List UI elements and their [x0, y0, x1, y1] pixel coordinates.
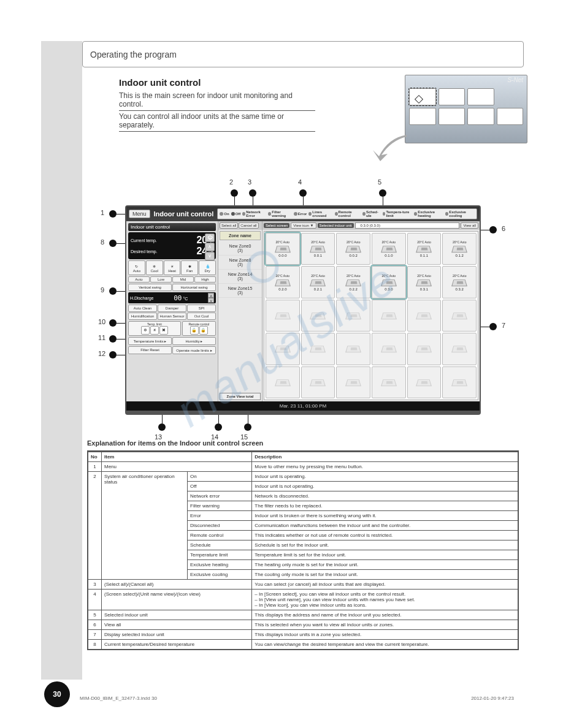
indoor-unit-tile[interactable]: 20°C Auto0.0.0 [266, 233, 300, 265]
temp-limit-icon[interactable]: ❄ [141, 326, 150, 335]
human-sensor-button[interactable]: Human Sensor [158, 313, 186, 320]
zone-item[interactable]: New Zone14(3) [218, 270, 262, 284]
indoor-unit-tile[interactable]: 20°C Auto0.0.2 [336, 233, 370, 265]
select-all-button[interactable]: Select all [220, 222, 238, 229]
side-gutter [41, 41, 82, 680]
indoor-unit-tile[interactable]: 20°C Auto0.2.1 [301, 266, 335, 298]
selected-unit-field: 0.3.0 (0.3.0) [355, 222, 460, 229]
heat-discharge-control: H.Discharge 00 °C ∧∨ [128, 292, 216, 303]
callout-11: 11 [98, 334, 105, 341]
zone-item[interactable]: New Zone15(3) [218, 284, 262, 298]
rc-disable-button[interactable]: 🔒 [199, 326, 208, 335]
fan-auto-button[interactable]: Auto [128, 276, 150, 282]
fan-low-button[interactable]: Low [150, 276, 172, 282]
indoor-unit-tile [266, 333, 300, 365]
temp-limit-icon[interactable]: ✖ [159, 326, 168, 335]
humidity-link[interactable]: Humidity ▸ [172, 337, 216, 345]
indoor-unit-tile [336, 333, 370, 365]
zone-item[interactable]: New Zone8(3) [218, 256, 262, 270]
thumb-indoor-unit-icon [409, 88, 436, 105]
cursor-icon [415, 95, 423, 104]
indoor-unit-tile[interactable]: 20°C Auto0.1.1 [407, 233, 442, 265]
view-all-button[interactable]: View all [461, 222, 478, 229]
indoor-unit-tile [266, 300, 300, 332]
mode-auto-button[interactable]: ↻Auto [128, 260, 145, 275]
humidification-button[interactable]: Humidification [128, 313, 157, 320]
auto-clean-button[interactable]: Auto Clean [128, 305, 157, 312]
callout-13: 13 [155, 433, 162, 441]
view-mode-select[interactable]: View icon ▼ [291, 222, 316, 229]
callout-12: 12 [98, 350, 105, 357]
spi-button[interactable]: SPI [187, 305, 216, 312]
out-cool-button[interactable]: Out Cool [187, 313, 216, 320]
callout-4: 4 [298, 178, 302, 186]
temp-limit-icon[interactable]: ☀ [150, 326, 159, 335]
callout-1: 1 [101, 209, 104, 216]
cancel-all-button[interactable]: Cancel all [239, 222, 258, 229]
unit-grid-panel: Select screen View icon ▼ Selected indoo… [262, 221, 480, 401]
thumb-icon [439, 88, 465, 105]
indoor-unit-tile [336, 366, 370, 398]
footer-right: 2012-01-20 9:47:23 [471, 696, 514, 701]
callout-6: 6 [502, 225, 505, 232]
indoor-unit-tile[interactable]: 20°C Auto0.1.2 [442, 233, 477, 265]
thumb-icon [409, 108, 436, 125]
indoor-unit-tile[interactable]: 20°C Auto0.0.1 [301, 233, 335, 265]
indoor-unit-tile[interactable]: 20°C Auto0.3.2 [442, 266, 477, 298]
section-intro-2: You can control all indoor units at the … [119, 112, 315, 132]
zone-view-total-button[interactable]: Zone View total [220, 393, 261, 400]
indoor-unit-tile[interactable]: 20°C Auto0.1.0 [372, 233, 406, 265]
section-intro-1: This is the main screen for indoor unit … [119, 91, 315, 111]
power-button[interactable]: ⏻ [205, 233, 215, 242]
temperature-display: ⏻ ∧ ∨ Current temp.20 °C Desired temp.24… [128, 232, 216, 259]
indoor-unit-tile [407, 366, 442, 398]
content-area: Operating the program Indoor unit contro… [82, 41, 524, 650]
panel-header: Indoor unit control [128, 223, 216, 231]
footer-left: MIM-D00_IBIM_E_32477-3.indd 30 [80, 696, 157, 701]
mode-fan-button[interactable]: ✱Fan [181, 260, 198, 275]
option-grid: Auto Clean Damper SPI Humidification Hum… [128, 305, 216, 320]
operate-mode-limits-link[interactable]: Operate mode limits ▸ [172, 346, 216, 354]
temperature-limits-link[interactable]: Temperature limits ▸ [128, 337, 172, 345]
filter-reset-button[interactable]: Filter Reset [128, 346, 172, 354]
indoor-unit-tile[interactable]: 20°C Auto0.3.1 [407, 266, 442, 298]
fan-high-button[interactable]: High [194, 276, 216, 282]
callout-15: 15 [240, 433, 248, 441]
hd-up-button[interactable]: ∧ [208, 293, 214, 298]
vertical-swing-button[interactable]: Vertical swing [128, 284, 172, 291]
mode-dry-button[interactable]: 💧Dry [199, 260, 216, 275]
indoor-unit-tile [407, 300, 442, 332]
zone-name-header: Zone name [220, 231, 261, 240]
mode-heat-button[interactable]: ☀Heat [164, 260, 181, 275]
damper-button[interactable]: Damper [158, 305, 186, 312]
thumb-icon [467, 108, 494, 125]
hd-down-button[interactable]: ∨ [208, 298, 214, 303]
indoor-unit-tile [301, 300, 335, 332]
indoor-unit-tile[interactable]: 20°C Auto0.3.0 [372, 266, 406, 298]
home-screen-thumbnail: S-Net [405, 75, 527, 143]
thumb-icon [497, 108, 524, 125]
rc-enable-button[interactable]: 🔓 [190, 326, 199, 335]
menu-button[interactable]: Menu [129, 210, 150, 218]
horizontal-swing-button[interactable]: Horizontal swing [172, 284, 216, 291]
callout-9: 9 [101, 286, 104, 294]
window-top-bar: Menu Indoor unit control On Off Network … [126, 207, 480, 221]
callout-arrow-icon [373, 132, 410, 162]
zone-item[interactable]: New Zone0(3) [218, 241, 262, 256]
indoor-unit-tile[interactable]: 20°C Auto0.2.2 [336, 266, 370, 298]
fan-speed-row: Auto Low Mid High [128, 276, 216, 282]
indoor-unit-tile [372, 300, 406, 332]
callout-7: 7 [502, 322, 505, 329]
thumb-icon [439, 108, 465, 125]
status-bar-datetime: Mar. 23 11, 01:00 PM [126, 401, 480, 411]
temp-up-button[interactable]: ∧ [205, 243, 215, 251]
mode-cool-button[interactable]: ❄Cool [146, 260, 163, 275]
status-legend: On Off Network Error Filter warning Erro… [217, 208, 477, 219]
fan-mid-button[interactable]: Mid [172, 276, 194, 282]
zone-list-panel: Select all Cancel all Zone name New Zone… [218, 221, 262, 401]
indoor-unit-tile[interactable]: 20°C Auto0.2.0 [266, 266, 300, 298]
thumb-brand: S-Net [405, 75, 527, 85]
temp-down-button[interactable]: ∨ [205, 252, 215, 260]
callout-14: 14 [211, 433, 218, 441]
indoor-unit-tile [442, 300, 477, 332]
